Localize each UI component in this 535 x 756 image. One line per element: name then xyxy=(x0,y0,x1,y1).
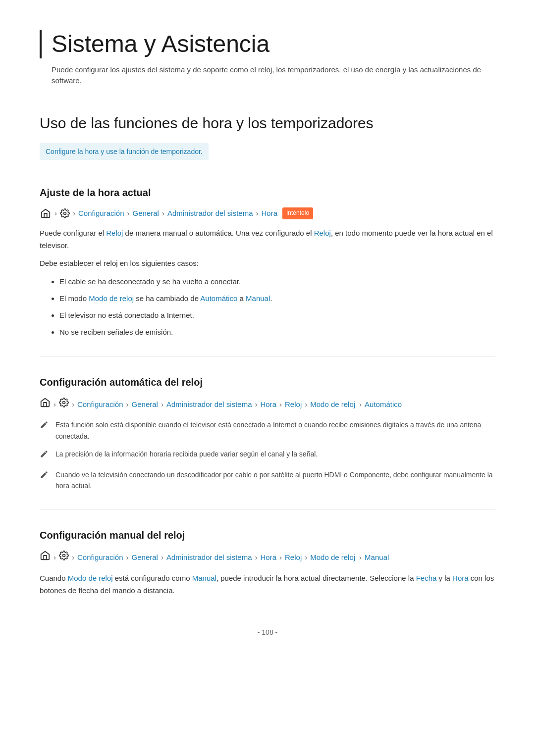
note-text-3: Cuando ve la televisión conectando un de… xyxy=(55,469,495,492)
pencil-icon-2 xyxy=(40,450,49,462)
subsection3-para: Cuando Modo de reloj está configurado co… xyxy=(40,572,495,597)
link-modo-reloj-1[interactable]: Modo de reloj xyxy=(89,294,134,302)
breadcrumb-nav-3: › › Configuración › General › Administra… xyxy=(40,550,495,564)
subsection1-para2: Debe establecer el reloj en los siguient… xyxy=(40,257,495,270)
page-number: - 108 - xyxy=(40,627,495,638)
breadcrumb-configuracion[interactable]: Configuración xyxy=(78,207,124,219)
main-section-title: Uso de las funciones de hora y los tempo… xyxy=(40,111,495,135)
bullet-item-4: No se reciben señales de emisión. xyxy=(59,326,495,338)
sep3: › xyxy=(127,207,130,219)
page-title: Sistema y Asistencia xyxy=(40,30,495,58)
subsection1-title: Ajuste de la hora actual xyxy=(40,185,495,201)
sep4: › xyxy=(162,207,164,219)
bc2-modo-reloj[interactable]: Modo de reloj xyxy=(310,399,355,410)
sep5: › xyxy=(256,207,259,219)
link-modo-reloj-2[interactable]: Modo de reloj xyxy=(68,574,113,582)
pencil-icon-1 xyxy=(40,420,49,433)
gear-icon-2 xyxy=(59,398,69,411)
bc3-manual[interactable]: Manual xyxy=(365,552,389,563)
bullet-item-3: El televisor no está conectado a Interne… xyxy=(59,309,495,321)
bc3-configuracion[interactable]: Configuración xyxy=(77,552,123,563)
page-subtitle: Puede configurar los ajustes del sistema… xyxy=(40,64,495,87)
bc2-general[interactable]: General xyxy=(132,399,158,410)
sep6: › xyxy=(54,399,56,410)
note-item-1: Esta función solo está disponible cuando… xyxy=(40,419,495,442)
bc2-automatico[interactable]: Automático xyxy=(365,399,402,410)
bc2-configuracion[interactable]: Configuración xyxy=(77,399,123,410)
sep7: › xyxy=(72,399,74,410)
breadcrumb-nav-2: › › Configuración › General › Administra… xyxy=(40,397,495,411)
note-text-2: La precisión de la información horaria r… xyxy=(55,449,318,459)
gear-icon-3 xyxy=(59,551,69,564)
link-manual-2[interactable]: Manual xyxy=(192,574,216,582)
svg-point-1 xyxy=(63,402,65,404)
bc3-reloj[interactable]: Reloj xyxy=(285,552,302,563)
bullet-item-1: El cable se ha desconectado y se ha vuel… xyxy=(59,276,495,288)
bc2-administrador[interactable]: Administrador del sistema xyxy=(166,399,252,410)
link-fecha[interactable]: Fecha xyxy=(416,574,437,582)
notes-container-1: Esta función solo está disponible cuando… xyxy=(40,419,495,491)
bc3-modo-reloj[interactable]: Modo de reloj xyxy=(310,552,355,563)
breadcrumb-administrador[interactable]: Administrador del sistema xyxy=(167,207,253,219)
home-icon-2 xyxy=(40,397,51,411)
gear-icon xyxy=(60,208,70,218)
bc3-hora[interactable]: Hora xyxy=(261,552,277,563)
note-text-1: Esta función solo está disponible cuando… xyxy=(55,419,495,442)
sep2: › xyxy=(73,207,75,219)
sep1: › xyxy=(54,207,57,219)
breadcrumb-general[interactable]: General xyxy=(133,207,159,219)
bc3-general[interactable]: General xyxy=(132,552,158,563)
subsection3-title: Configuración manual del reloj xyxy=(40,527,495,543)
intento-badge: Inténtelo xyxy=(282,207,313,219)
note-item-3: Cuando ve la televisión conectando un de… xyxy=(40,469,495,492)
breadcrumb-hora-1[interactable]: Hora xyxy=(262,207,278,219)
subsection2-title: Configuración automática del reloj xyxy=(40,374,495,390)
link-reloj-2[interactable]: Reloj xyxy=(314,229,331,237)
bc2-reloj[interactable]: Reloj xyxy=(285,399,302,410)
divider-2 xyxy=(40,509,495,509)
highlight-box: Configure la hora y use la función de te… xyxy=(40,143,209,160)
breadcrumb-nav-1: › › Configuración › General › Administra… xyxy=(40,207,495,219)
bc2-hora[interactable]: Hora xyxy=(261,399,277,410)
home-icon xyxy=(40,207,52,219)
link-reloj-1[interactable]: Reloj xyxy=(106,229,123,237)
bullet-item-2: El modo Modo de reloj se ha cambiado de … xyxy=(59,293,495,304)
svg-point-2 xyxy=(63,554,65,557)
link-automatico-1[interactable]: Automático xyxy=(200,294,237,302)
bullet-list-1: El cable se ha desconectado y se ha vuel… xyxy=(40,276,495,338)
home-icon-3 xyxy=(40,550,51,564)
note-item-2: La precisión de la información horaria r… xyxy=(40,449,495,462)
svg-point-0 xyxy=(64,212,66,214)
divider-1 xyxy=(40,356,495,356)
link-hora[interactable]: Hora xyxy=(452,574,469,582)
pencil-icon-3 xyxy=(40,470,49,483)
bc3-administrador[interactable]: Administrador del sistema xyxy=(166,552,252,563)
subsection1-para1: Puede configurar el Reloj de manera manu… xyxy=(40,227,495,252)
link-manual-1[interactable]: Manual xyxy=(246,294,270,302)
